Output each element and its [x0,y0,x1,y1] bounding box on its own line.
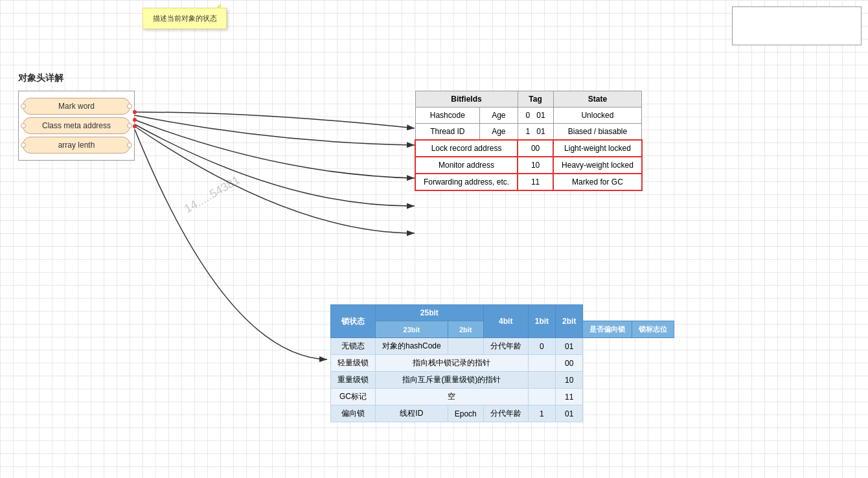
epoch-data: Epoch [448,405,483,422]
thread-id-data: 线程ID [376,405,448,422]
class-meta-label: Class meta address [42,121,111,130]
section-title: 对象头详解 [18,73,63,84]
lock-state-table: 锁状态 25bit 4bit 1bit 2bit 23bit 2bit 是否偏向… [330,304,674,422]
lock-row-unlocked: 无锁态 对象的hashCode 分代年龄 0 01 [331,338,674,355]
heavyweight-cell: Heavy-weight locked [553,157,642,174]
table-row-highlighted: Monitor address 10 Heavy-weight locked [415,157,642,174]
array-length-label: array lenth [58,141,95,150]
watermark-text: 14.....54381 [182,174,242,216]
tag-header: Tag [518,91,553,108]
no-lock-state: 无锁态 [331,338,376,355]
is-biased-subheader: 是否偏向锁 [583,321,632,338]
tag00-cell: 00 [518,140,553,157]
1bit-header: 1bit [528,305,555,338]
lock-record-cell: Lock record address [415,140,518,157]
forwarding-cell: Forwarding address, etc. [415,174,518,190]
hashcode-cell: Hashcode [415,108,480,124]
biased-cell: Biased / biasable [553,124,642,141]
empty3 [528,372,555,389]
lock-row-lightweight: 轻量级锁 指向栈中锁记录的指针 00 [331,355,674,372]
age-cell: Age [480,108,518,124]
lock-bits2: 00 [556,355,583,372]
4bit-header: 4bit [483,305,528,338]
stack-pointer: 指向栈中锁记录的指针 [376,355,529,372]
tag10-cell: 10 [518,157,553,174]
mark-word-label: Mark word [58,102,95,111]
tag1-cell: 1 01 [518,124,553,141]
gc-cell: Marked for GC [553,174,642,190]
empty1 [448,338,483,355]
empty4 [528,389,555,405]
tag0-cell: 0 01 [518,108,553,124]
empty2 [528,355,555,372]
unlocked-cell: Unlocked [553,108,642,124]
lock-row-gc: GC标记 空 11 [331,389,674,405]
class-meta-item: Class meta address [23,117,130,134]
gen-age2: 分代年龄 [483,405,528,422]
object-structure-box: Mark word Class meta address array lenth [18,91,135,161]
hashcode-data: 对象的hashCode [376,338,448,355]
bitfields-header: Bitfields [415,91,518,108]
lock-state-header: 锁状态 [331,305,376,338]
biased-state: 偏向锁 [331,405,376,422]
table-row-highlighted: Lock record address 00 Light-weight lock… [415,140,642,157]
array-length-item: array lenth [23,137,130,154]
monitor-cell: Monitor address [415,157,518,174]
lock-bits1: 01 [556,338,583,355]
age2-cell: Age [480,124,518,141]
25bit-header: 25bit [376,305,484,321]
lock-bits4: 11 [556,389,583,405]
heavyweight-state: 重量级锁 [331,372,376,389]
2bit-subheader: 2bit [448,321,483,338]
gen-age1: 分代年龄 [483,338,528,355]
sticky-note-text: 描述当前对象的状态 [153,14,217,22]
2bit-header: 2bit [556,305,583,338]
table-row: Hashcode Age 0 01 Unlocked [415,108,642,124]
tag11-cell: 11 [518,174,553,190]
threadid-cell: Thread ID [415,124,480,141]
empty-gc: 空 [376,389,529,405]
table-row: Thread ID Age 1 01 Biased / biasable [415,124,642,141]
state-header: State [553,91,642,108]
sticky-note: 描述当前对象的状态 [143,8,227,29]
bias-flag1: 0 [528,338,555,355]
gc-state: GC标记 [331,389,376,405]
mutex-pointer: 指向互斥量(重量级锁)的指针 [376,372,529,389]
table-row-highlighted: Forwarding address, etc. 11 Marked for G… [415,174,642,190]
lock-bits3: 10 [556,372,583,389]
lock-flag-subheader: 锁标志位 [632,321,674,338]
lock-row-biased: 偏向锁 线程ID Epoch 分代年龄 1 01 [331,405,674,422]
lightweight-cell: Light-weight locked [553,140,642,157]
lock-bits5: 01 [556,405,583,422]
lightweight-state: 轻量级锁 [331,355,376,372]
main-content: 描述当前对象的状态 对象头详解 Mark word Class meta add… [0,0,868,478]
23bit-subheader: 23bit [376,321,448,338]
lock-row-heavyweight: 重量级锁 指向互斥量(重量级锁)的指针 10 [331,372,674,389]
mark-word-item: Mark word [23,98,130,115]
bias-flag2: 1 [528,405,555,422]
top-right-box [732,6,862,45]
mark-word-table: Bitfields Tag State Hashcode Age 0 01 Un… [415,91,643,191]
